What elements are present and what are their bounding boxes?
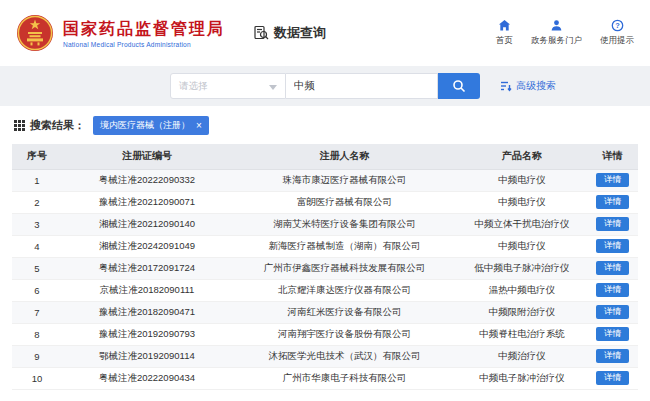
results-label: 搜索结果： xyxy=(14,118,85,133)
cell-registrant: 珠海市康迈医疗器械有限公司 xyxy=(232,169,457,191)
detail-button[interactable]: 详情 xyxy=(596,195,629,209)
home-icon xyxy=(498,19,511,32)
agency-brand: 国家药品监督管理局 National Medical Products Admi… xyxy=(16,14,225,52)
cell-cert: 粤械注准20222090332 xyxy=(62,169,232,191)
national-emblem-logo xyxy=(16,14,54,52)
detail-button[interactable]: 详情 xyxy=(596,349,629,363)
search-band: 请选择 高级搜索 xyxy=(0,66,650,106)
table-row: 3 湘械注准20212090140 湖南艾米特医疗设备集团有限公司 中频立体干扰… xyxy=(12,213,638,235)
cell-registrant: 广州市伊鑫医疗器械科技发展有限公司 xyxy=(232,257,457,279)
svg-text:?: ? xyxy=(615,21,620,30)
table-row: 6 京械注准20182090111 北京耀洋康达医疗仪器有限公司 温热中频电疗仪… xyxy=(12,279,638,301)
cell-no: 9 xyxy=(12,345,62,367)
cell-registrant: 湖南艾米特医疗设备集团有限公司 xyxy=(232,213,457,235)
cell-registrant: 广州市华康电子科技有限公司 xyxy=(232,367,457,389)
results-bar: 搜索结果： 境内医疗器械（注册） × xyxy=(0,106,650,142)
detail-button[interactable]: 详情 xyxy=(596,239,629,253)
cell-cert: 豫械注准20182090471 xyxy=(62,301,232,323)
help-icon: ? xyxy=(611,19,624,32)
cell-product: 中频治疗仪 xyxy=(457,345,587,367)
table-row: 9 鄂械注准20192090114 沐拓医学光电技术（武汉）有限公司 中频治疗仪… xyxy=(12,345,638,367)
filter-icon xyxy=(500,80,512,92)
nav-portal[interactable]: 政务服务门户 xyxy=(531,19,582,47)
cell-product: 中频电子脉冲治疗仪 xyxy=(457,367,587,389)
top-nav: 首页 政务服务门户 ? 使用提示 xyxy=(496,19,634,47)
cell-cert: 豫械注准20192090793 xyxy=(62,323,232,345)
col-product: 产品名称 xyxy=(457,144,587,169)
agency-title-cn: 国家药品监督管理局 xyxy=(63,19,225,39)
detail-button[interactable]: 详情 xyxy=(596,173,629,187)
col-cert: 注册证编号 xyxy=(62,144,232,169)
cell-product: 中频电疗仪 xyxy=(457,235,587,257)
cell-registrant: 河南红米医疗设备有限公司 xyxy=(232,301,457,323)
cell-no: 2 xyxy=(12,191,62,213)
cell-cert: 粤械注准20172091724 xyxy=(62,257,232,279)
table-row: 1 粤械注准20222090332 珠海市康迈医疗器械有限公司 中频电疗仪 详情 xyxy=(12,169,638,191)
search-icon xyxy=(452,79,466,93)
cell-registrant: 河南翔宇医疗设备股份有限公司 xyxy=(232,323,457,345)
agency-title-en: National Medical Products Administration xyxy=(63,41,225,48)
table-row: 2 豫械注准20212090071 富朗医疗器械有限公司 中频电疗仪 详情 xyxy=(12,191,638,213)
col-no: 序号 xyxy=(12,144,62,169)
cell-cert: 豫械注准20212090071 xyxy=(62,191,232,213)
detail-button[interactable]: 详情 xyxy=(596,371,629,385)
table-body: 1 粤械注准20222090332 珠海市康迈医疗器械有限公司 中频电疗仪 详情… xyxy=(12,169,638,389)
search-button[interactable] xyxy=(438,73,480,99)
col-registrant: 注册人名称 xyxy=(232,144,457,169)
data-query-icon xyxy=(253,25,269,41)
cell-no: 3 xyxy=(12,213,62,235)
cell-product: 中频限附治疗仪 xyxy=(457,301,587,323)
cell-product: 中频电疗仪 xyxy=(457,191,587,213)
cell-cert: 京械注准20182090111 xyxy=(62,279,232,301)
table-header: 序号 注册证编号 注册人名称 产品名称 详情 xyxy=(12,144,638,169)
cell-product: 中频电疗仪 xyxy=(457,169,587,191)
cell-registrant: 富朗医疗器械有限公司 xyxy=(232,191,457,213)
cell-cert: 粤械注准20222090434 xyxy=(62,367,232,389)
cell-cert: 鄂械注准20192090114 xyxy=(62,345,232,367)
table-row: 7 豫械注准20182090471 河南红米医疗设备有限公司 中频限附治疗仪 详… xyxy=(12,301,638,323)
cell-registrant: 北京耀洋康达医疗仪器有限公司 xyxy=(232,279,457,301)
search-input[interactable] xyxy=(286,73,438,99)
cell-no: 5 xyxy=(12,257,62,279)
nav-help[interactable]: ? 使用提示 xyxy=(600,19,634,47)
data-query-title: 数据查询 xyxy=(253,24,326,42)
select-placeholder: 请选择 xyxy=(179,80,208,93)
table-row: 4 湘械注准20242091049 新海医疗器械制造（湖南）有限公司 中频电疗仪… xyxy=(12,235,638,257)
cell-no: 6 xyxy=(12,279,62,301)
cell-cert: 湘械注准20242091049 xyxy=(62,235,232,257)
results-table: 序号 注册证编号 注册人名称 产品名称 详情 1 粤械注准20222090332… xyxy=(12,144,638,390)
user-icon xyxy=(550,19,563,32)
cell-product: 中频立体干扰电治疗仪 xyxy=(457,213,587,235)
cell-registrant: 新海医疗器械制造（湖南）有限公司 xyxy=(232,235,457,257)
cell-no: 1 xyxy=(12,169,62,191)
detail-button[interactable]: 详情 xyxy=(596,327,629,341)
cell-no: 8 xyxy=(12,323,62,345)
grid-icon xyxy=(14,120,25,131)
detail-button[interactable]: 详情 xyxy=(596,217,629,231)
category-select[interactable]: 请选择 xyxy=(170,73,286,99)
cell-no: 4 xyxy=(12,235,62,257)
table-row: 5 粤械注准20172091724 广州市伊鑫医疗器械科技发展有限公司 低中频电… xyxy=(12,257,638,279)
page-header: 国家药品监督管理局 National Medical Products Admi… xyxy=(0,0,650,66)
detail-button[interactable]: 详情 xyxy=(596,261,629,275)
detail-button[interactable]: 详情 xyxy=(596,283,629,297)
chevron-down-icon xyxy=(269,85,277,90)
cell-registrant: 沐拓医学光电技术（武汉）有限公司 xyxy=(232,345,457,367)
detail-button[interactable]: 详情 xyxy=(596,305,629,319)
cell-product: 中频脊柱电治疗系统 xyxy=(457,323,587,345)
cell-cert: 湘械注准20212090140 xyxy=(62,213,232,235)
close-icon[interactable]: × xyxy=(196,121,202,131)
cell-no: 7 xyxy=(12,301,62,323)
cell-product: 温热中频电疗仪 xyxy=(457,279,587,301)
nav-home[interactable]: 首页 xyxy=(496,19,513,47)
table-row: 10 粤械注准20222090434 广州市华康电子科技有限公司 中频电子脉冲治… xyxy=(12,367,638,389)
col-detail: 详情 xyxy=(587,144,638,169)
advanced-search-link[interactable]: 高级搜索 xyxy=(500,79,556,93)
filter-tag-label: 境内医疗器械（注册） xyxy=(100,119,190,132)
cell-no: 10 xyxy=(12,367,62,389)
filter-tag[interactable]: 境内医疗器械（注册） × xyxy=(93,116,209,135)
table-row: 8 豫械注准20192090793 河南翔宇医疗设备股份有限公司 中频脊柱电治疗… xyxy=(12,323,638,345)
cell-product: 低中频电子脉冲治疗仪 xyxy=(457,257,587,279)
